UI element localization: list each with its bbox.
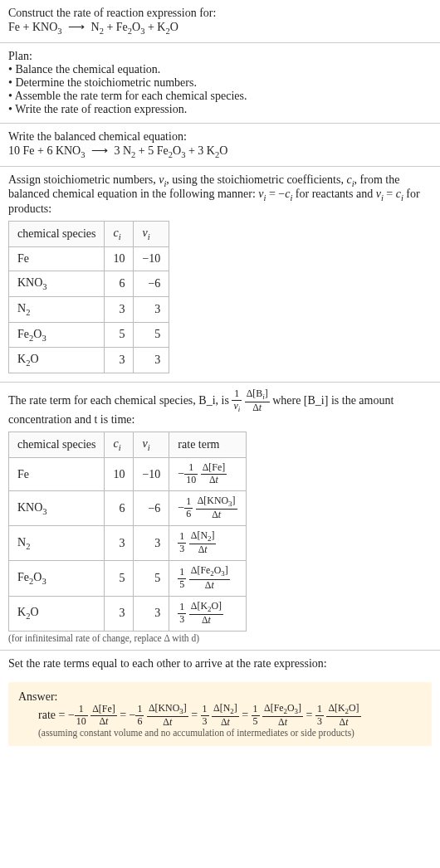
cell-nui: −6 [134, 490, 169, 525]
cell-nui: −10 [134, 246, 169, 271]
sign: − [178, 501, 184, 514]
cell-species: Fe [9, 458, 105, 491]
cell-ci: 10 [105, 458, 134, 491]
arrow-icon: ⟶ [65, 21, 88, 33]
cell-species: K2O [9, 596, 105, 631]
cell-rateterm: 13 Δ[K2O]Δt [169, 596, 246, 631]
cell-ci: 5 [105, 561, 134, 596]
product-fe2o3: Fe2O3 [116, 21, 145, 33]
frac-one-over-nu: 1νi [232, 389, 242, 413]
prompt-equation: Fe + KNO3 ⟶ N2 + Fe2O3 + K2O [8, 20, 432, 36]
cell-ci: 6 [105, 490, 134, 525]
rateterm-section: The rate term for each chemical species,… [0, 383, 440, 650]
balanced-heading: Write the balanced chemical equation: [8, 130, 432, 144]
stoich-table: chemical species ci νi Fe10−10 KNO36−6 N… [8, 221, 169, 373]
cell-species: Fe2O3 [9, 322, 105, 348]
balanced-section: Write the balanced chemical equation: 10… [0, 124, 440, 166]
final-section: Set the rate terms equal to each other t… [0, 651, 440, 677]
rate-prefix: rate = [38, 709, 68, 721]
table-row: K2O 3 3 13 Δ[K2O]Δt [9, 596, 247, 631]
frac-dBi-dt: Δ[Bi]Δt [245, 389, 270, 413]
plan-heading: Plan: [8, 50, 432, 63]
plan-item: Balance the chemical equation. [8, 63, 432, 76]
product-k2o: K2O [157, 21, 178, 33]
plan-item: Determine the stoichiometric numbers. [8, 76, 432, 90]
cell-nui: 3 [134, 348, 169, 373]
cell-nui: 3 [134, 596, 169, 631]
table-row: Fe2O355 [9, 322, 169, 348]
sign: − [178, 467, 184, 480]
product-n2: N2 [91, 21, 104, 33]
cell-nui: 3 [134, 526, 169, 561]
table-row: Fe2O3 5 5 15 Δ[Fe2O3]Δt [9, 561, 247, 596]
prompt-line: Construct the rate of reaction expressio… [8, 7, 432, 20]
plan-list: Balance the chemical equation. Determine… [8, 63, 432, 116]
cell-nui: 5 [134, 322, 169, 348]
col-species: chemical species [9, 432, 105, 458]
stoich-intro: Assign stoichiometric numbers, νi, using… [8, 173, 432, 217]
cell-species: K2O [9, 348, 105, 373]
answer-assumption: (assuming constant volume and no accumul… [18, 728, 422, 738]
col-ci: ci [105, 222, 134, 247]
plan-item: Assemble the rate term for each chemical… [8, 90, 432, 103]
cell-species: KNO3 [9, 490, 105, 525]
plan-section: Plan: Balance the chemical equation. Det… [0, 43, 440, 123]
table-row: N2 3 3 13 Δ[N2]Δt [9, 526, 247, 561]
cell-ci: 3 [105, 526, 134, 561]
rateterm-intro: The rate term for each chemical species,… [8, 389, 432, 427]
rateterm-table: chemical species ci νi rate term Fe 10 −… [8, 432, 247, 631]
stoich-section: Assign stoichiometric numbers, νi, using… [0, 167, 440, 383]
table-row: KNO36−6 [9, 271, 169, 296]
cell-rateterm: −16 Δ[KNO3]Δt [169, 490, 246, 525]
cell-ci: 6 [105, 271, 134, 296]
col-rateterm: rate term [169, 432, 246, 458]
col-nui: νi [134, 432, 169, 458]
table-row: Fe 10 −10 −110 Δ[Fe]Δt [9, 458, 247, 491]
cell-rateterm: 15 Δ[Fe2O3]Δt [169, 561, 246, 596]
rateterm-note: (for infinitesimal rate of change, repla… [8, 633, 432, 643]
reactant-fe: Fe [8, 21, 20, 33]
answer-expression: rate = −110 Δ[Fe]Δt = −16 Δ[KNO3]Δt = 13… [18, 704, 422, 728]
cell-ci: 10 [105, 246, 134, 271]
prompt-section: Construct the rate of reaction expressio… [0, 0, 440, 42]
cell-ci: 3 [105, 348, 134, 373]
answer-box: Answer: rate = −110 Δ[Fe]Δt = −16 Δ[KNO3… [8, 682, 432, 746]
col-nui: νi [134, 222, 169, 247]
cell-nui: 5 [134, 561, 169, 596]
sign: − [130, 709, 136, 721]
cell-ci: 5 [105, 322, 134, 348]
cell-rateterm: 13 Δ[N2]Δt [169, 526, 246, 561]
cell-species: Fe2O3 [9, 561, 105, 596]
plan-item: Write the rate of reaction expression. [8, 103, 432, 116]
final-heading: Set the rate terms equal to each other t… [8, 657, 432, 671]
cell-species: N2 [9, 526, 105, 561]
reactant-kno3: KNO3 [32, 21, 62, 33]
table-row: Fe10−10 [9, 246, 169, 271]
table-row: N233 [9, 296, 169, 322]
cell-ci: 3 [105, 296, 134, 322]
cell-nui: 3 [134, 296, 169, 322]
sign: − [68, 709, 75, 721]
cell-rateterm: −110 Δ[Fe]Δt [169, 458, 246, 491]
table-header-row: chemical species ci νi [9, 222, 169, 247]
cell-nui: −10 [134, 458, 169, 491]
cell-species: N2 [9, 296, 105, 322]
table-row: KNO3 6 −6 −16 Δ[KNO3]Δt [9, 490, 247, 525]
cell-nui: −6 [134, 271, 169, 296]
cell-species: Fe [9, 246, 105, 271]
rateterm-intro-pre: The rate term for each chemical species,… [8, 394, 232, 407]
arrow-icon: ⟶ [88, 144, 111, 157]
col-species: chemical species [9, 222, 105, 247]
cell-species: KNO3 [9, 271, 105, 296]
cell-ci: 3 [105, 596, 134, 631]
table-row: K2O33 [9, 348, 169, 373]
table-header-row: chemical species ci νi rate term [9, 432, 247, 458]
col-ci: ci [105, 432, 134, 458]
balanced-equation: 10 Fe + 6 KNO3 ⟶ 3 N2 + 5 Fe2O3 + 3 K2O [8, 144, 432, 159]
